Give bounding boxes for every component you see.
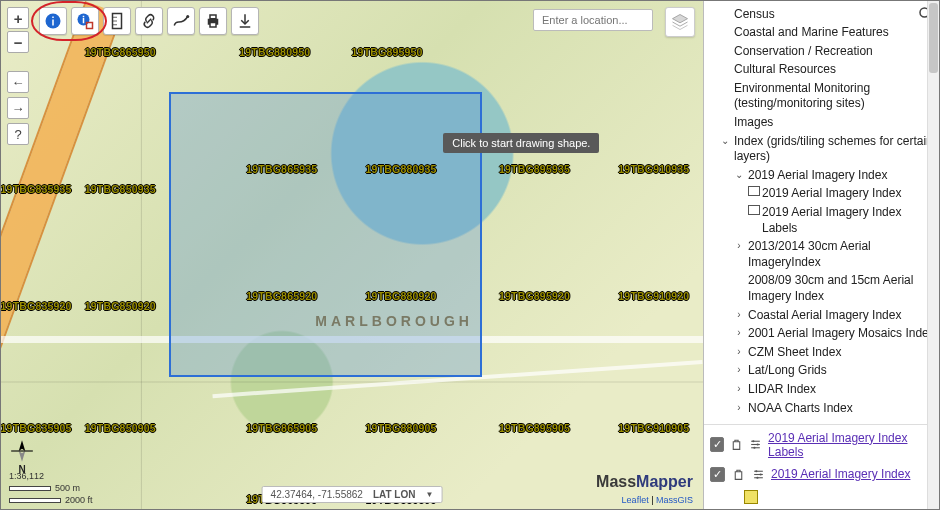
tree-item[interactable]: 2008/09 30cm and 15cm Aerial Imagery Ind… [734,272,937,306]
forward-button[interactable]: → [7,97,29,119]
tree-item[interactable]: ›Coastal Aerial Imagery Index [734,306,937,325]
chevron-right-icon[interactable]: › [734,239,744,252]
tree-item-label: 2019 Aerial Imagery Index Labels [762,205,937,236]
tree-item[interactable]: ›2001 Aerial Imagery Mosaics Index [734,325,937,344]
compass: N [9,438,35,475]
info-poly-icon [76,12,94,30]
logo-part-a: Mass [596,473,636,490]
tile-label: 19TBG865935 [246,163,317,175]
tile-label: 19TBG865950 [85,46,156,58]
tree-item[interactable]: Conservation / Recreation [720,42,937,61]
tree-item[interactable]: ›NOAA Charts Index [734,399,937,418]
measure-button[interactable] [103,7,131,35]
back-button[interactable]: ← [7,71,29,93]
scrollbar-thumb[interactable] [929,3,938,73]
zoom-in-button[interactable]: + [7,7,29,29]
tile-label: 19TBG865905 [246,422,317,434]
print-button[interactable] [199,7,227,35]
active-layer-link[interactable]: 2019 Aerial Imagery Index [771,467,910,481]
scale-bar: 500 m [9,483,93,493]
tree-item[interactable]: Environmental Monitoring (testing/monito… [720,79,937,113]
identify-button[interactable] [39,7,67,35]
sliders-icon[interactable] [749,438,762,452]
svg-point-24 [757,444,759,446]
permalink-button[interactable] [135,7,163,35]
city-label: MARLBOROUGH [315,313,473,329]
massgis-link[interactable]: MassGIS [656,495,693,505]
tree-item[interactable]: ⌄2019 Aerial Imagery Index [734,166,937,185]
tree-item[interactable]: Coastal and Marine Features [720,24,937,43]
download-icon [236,12,254,30]
leaflet-link[interactable]: Leaflet [622,495,649,505]
layer-visibility-checkbox[interactable]: ✓ [710,467,725,482]
svg-rect-5 [83,16,85,18]
chevron-right-icon[interactable]: › [734,326,744,339]
layer-swatch [744,490,758,504]
chevron-right-icon[interactable]: › [734,382,744,395]
tree-item-label: Images [734,115,937,131]
selection-rectangle[interactable] [169,92,481,376]
tree-item[interactable]: ⌄Index (grids/tiling schemes for certain… [720,132,937,166]
active-layer-link[interactable]: 2019 Aerial Imagery Index Labels [768,431,933,459]
identify-group [39,7,99,35]
coordinate-box[interactable]: 42.37464, -71.55862 LAT LON ▼ [262,486,443,503]
chevron-right-icon[interactable]: › [734,363,744,376]
tile-label: 19TBG895950 [352,46,423,58]
chevron-right-icon[interactable]: › [734,345,744,358]
tree-item[interactable]: ›Lat/Long Grids [734,362,937,381]
tree-item[interactable]: ›2013/2014 30cm Aerial ImageryIndex [734,238,937,272]
help-button[interactable]: ? [7,123,29,145]
tile-label: 19TBG880950 [239,46,310,58]
tree-item[interactable]: ›LIDAR Index [734,380,937,399]
layer-visibility-checkbox[interactable]: ✓ [710,437,724,452]
svg-point-10 [186,15,189,18]
tile-label: 19TBG850905 [85,422,156,434]
tree-item[interactable]: ›CZM Sheet Index [734,343,937,362]
tree-item[interactable]: Images [720,114,937,133]
tree-item[interactable]: Census [720,5,937,24]
tile-label: 19TBG850920 [85,300,156,312]
layer-tree[interactable]: CensusCoastal and Marine FeaturesConserv… [704,1,939,424]
tree-item[interactable]: 2019 Aerial Imagery Index Labels [748,204,937,238]
location-search[interactable]: ▼ [533,9,653,31]
map-viewport[interactable]: 19TBG86595019TBG88095019TBG89595019TBG83… [1,1,703,509]
identify-polygon-button[interactable] [71,7,99,35]
app-root: 19TBG86595019TBG88095019TBG89595019TBG83… [0,0,940,510]
tile-label: 19TBG910905 [618,422,689,434]
coordinate-format[interactable]: LAT LON [373,489,416,500]
tree-item[interactable]: 2019 Aerial Imagery Index [748,185,937,204]
basemap-button[interactable] [665,7,695,37]
active-layers-list: ✓2019 Aerial Imagery Index Labels✓2019 A… [704,424,939,510]
zoom-out-button[interactable]: − [7,31,29,53]
chevron-down-icon[interactable]: ⌄ [720,134,730,147]
tree-item-label: 2019 Aerial Imagery Index [748,168,937,184]
svg-point-31 [756,476,758,478]
tree-item-label: Conservation / Recreation [734,44,937,60]
tree-item[interactable]: Cultural Resources [720,61,937,80]
layer-icon[interactable] [748,186,758,199]
svg-rect-1 [52,20,54,26]
sliders-icon[interactable] [751,467,765,481]
download-button[interactable] [231,7,259,35]
trash-icon[interactable] [730,438,743,452]
tree-item-label: 2019 Aerial Imagery Index [762,186,937,202]
tree-item-label: CZM Sheet Index [748,345,937,361]
chevron-down-icon[interactable]: ⌄ [734,168,744,181]
layer-panel: CensusCoastal and Marine FeaturesConserv… [703,1,939,509]
chevron-down-icon[interactable]: ▼ [425,490,433,499]
svg-rect-13 [210,23,216,28]
chevron-right-icon[interactable]: › [734,401,744,414]
draw-button[interactable] [167,7,195,35]
tile-label: 19TBG865920 [246,290,317,302]
chevron-right-icon[interactable]: › [734,308,744,321]
location-input[interactable] [540,13,682,27]
trash-icon[interactable] [731,467,745,481]
tile-label: 19TBG850935 [85,183,156,195]
coordinate-value: 42.37464, -71.55862 [271,489,363,500]
layer-icon[interactable] [748,205,758,218]
scale-bars: 500 m2000 ft [9,483,93,505]
printer-icon [204,12,222,30]
credit-sep: | [649,495,656,505]
tile-label: 19TBG910920 [618,290,689,302]
scrollbar[interactable] [927,1,939,509]
